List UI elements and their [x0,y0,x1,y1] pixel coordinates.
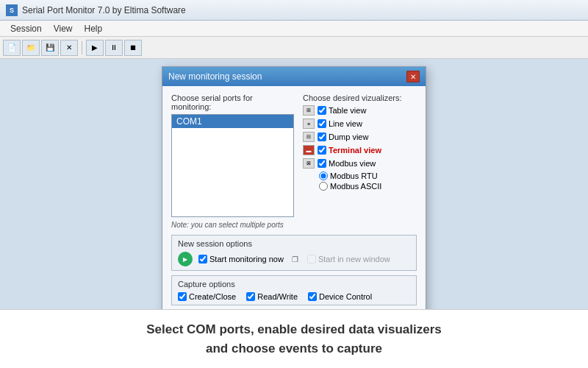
dialog-title: New monitoring session [168,71,262,82]
dialog-title-bar: New monitoring session ✕ [162,67,426,86]
start-monitoring-now-checkbox[interactable] [198,255,207,263]
left-column: Choose serial ports for monitoring: COM1… [171,93,294,229]
modbus-rtu-label[interactable]: Modbus RTU [319,171,417,180]
bottom-caption: Select COM ports, enable desired data vi… [0,309,588,368]
start-monitoring-now-label[interactable]: Start monitoring now [198,255,284,263]
toolbar-new[interactable]: 📄 [3,40,21,56]
modbus-ascii-label[interactable]: Modbus ASCII [319,182,417,191]
caption-line1: Select COM ports, enable desired data vi… [146,320,442,339]
right-column: Choose desired vizualizers: ⊞ Table view… [303,93,417,229]
toolbar-play[interactable]: ▶ [86,40,104,56]
device-control-checkbox[interactable] [308,292,317,301]
menu-bar: Session View Help [0,21,588,37]
session-options-row: ▶ Start monitoring now ❐ Start in new wi… [178,252,410,266]
new-monitoring-dialog: New monitoring session ✕ Choose serial p… [162,66,426,340]
ports-section-label: Choose serial ports for monitoring: [171,93,294,111]
dump-view-checkbox[interactable] [318,132,326,141]
line-view-label[interactable]: Line view [318,119,362,128]
start-new-window-label[interactable]: Start in new window [307,255,390,263]
menu-view[interactable]: View [48,22,79,35]
toolbar: 📄 📁 💾 ✕ ▶ ⏸ ⏹ [0,37,588,59]
visualizers-section-label: Choose desired vizualizers: [303,93,417,102]
title-bar: S Serial Port Monitor 7.0 by Eltima Soft… [0,0,588,21]
copy-window-icon: ❐ [290,254,301,264]
line-view-icon: ≡ [303,118,315,129]
capture-options-section: Capture options Create/Close Read/Write [171,275,417,305]
terminal-view-row: ▬ Terminal view [303,145,417,155]
read-write-label[interactable]: Read/Write [246,292,298,301]
modbus-view-row: ⊠ Modbus view [303,158,417,169]
dialog-close-button[interactable]: ✕ [406,71,420,82]
create-close-label[interactable]: Create/Close [178,292,236,301]
dialog-overlay: New monitoring session ✕ Choose serial p… [0,59,588,347]
caption-text: Select COM ports, enable desired data vi… [146,320,442,358]
menu-session[interactable]: Session [4,22,48,35]
app-title: Serial Port Monitor 7.0 by Eltima Softwa… [22,5,186,15]
menu-help[interactable]: Help [79,22,109,35]
toolbar-save[interactable]: 💾 [41,40,59,56]
dump-view-row: ⊟ Dump view [303,132,417,142]
table-view-icon: ⊞ [303,105,315,116]
main-area: New monitoring session ✕ Choose serial p… [0,59,588,347]
start-new-window-checkbox[interactable] [307,255,316,263]
line-view-checkbox[interactable] [318,119,326,128]
app-icon: S [6,4,18,16]
dialog-columns: Choose serial ports for monitoring: COM1… [171,93,417,229]
toolbar-open[interactable]: 📁 [22,40,40,56]
dialog-body: Choose serial ports for monitoring: COM1… [162,86,426,339]
terminal-view-label[interactable]: Terminal view [318,146,381,155]
table-view-label[interactable]: Table view [318,106,366,115]
create-close-checkbox[interactable] [178,292,187,301]
modbus-view-icon: ⊠ [303,158,315,169]
toolbar-close[interactable]: ✕ [60,40,78,56]
modbus-ascii-radio[interactable] [319,182,328,191]
port-list[interactable]: COM1 [171,114,294,217]
terminal-view-icon: ▬ [303,145,315,155]
table-view-checkbox[interactable] [318,106,326,115]
capture-options-row: Create/Close Read/Write Device Control [178,292,410,301]
toolbar-separator-1 [82,41,82,54]
modbus-radio-group: Modbus RTU Modbus ASCII [319,171,417,191]
port-note: Note: you can select multiple ports [171,221,294,229]
modbus-rtu-radio[interactable] [319,171,328,180]
toolbar-pause[interactable]: ⏸ [105,40,123,56]
dump-view-icon: ⊟ [303,132,315,142]
terminal-view-checkbox[interactable] [318,146,326,155]
capture-options-title: Capture options [178,280,410,289]
port-item-com1[interactable]: COM1 [172,115,293,128]
line-view-row: ≡ Line view [303,118,417,129]
session-options-title: New session options [178,239,410,248]
caption-line2: and choose events to capture [146,339,442,358]
device-control-label[interactable]: Device Control [308,292,372,301]
modbus-view-label[interactable]: Modbus view [318,159,376,168]
modbus-view-checkbox[interactable] [318,159,326,168]
read-write-checkbox[interactable] [246,292,255,301]
table-view-row: ⊞ Table view [303,105,417,116]
session-play-icon: ▶ [178,252,193,266]
dump-view-label[interactable]: Dump view [318,132,368,141]
session-options-section: New session options ▶ Start monitoring n… [171,235,417,271]
toolbar-stop[interactable]: ⏹ [124,40,142,56]
